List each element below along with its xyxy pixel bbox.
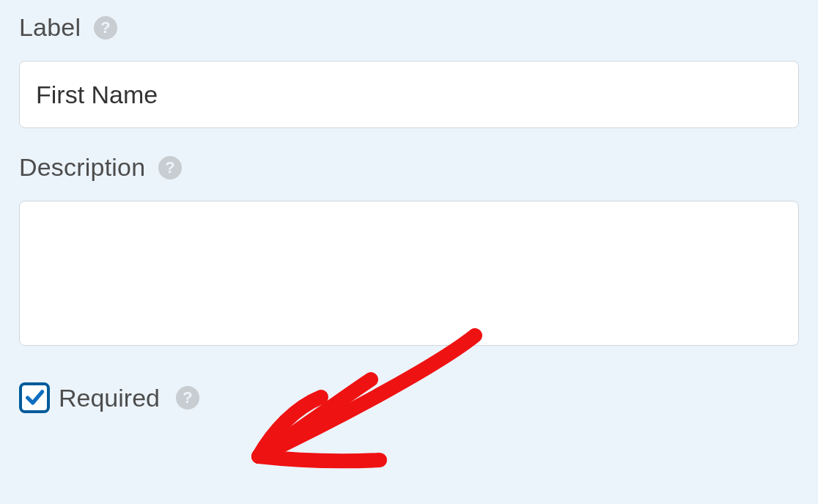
svg-text:?: ? [100, 18, 110, 37]
help-icon[interactable]: ? [94, 16, 117, 40]
svg-text:?: ? [183, 388, 192, 407]
required-checkbox-label: Required [59, 384, 160, 412]
required-checkbox-row: Required ? [19, 382, 799, 413]
description-field-header: Description ? [19, 153, 799, 182]
label-field-title: Label [19, 13, 81, 42]
description-textarea[interactable] [19, 201, 799, 346]
svg-text:?: ? [166, 158, 175, 177]
label-input[interactable] [19, 61, 799, 128]
label-field-header: Label ? [19, 13, 799, 42]
help-icon[interactable]: ? [158, 156, 182, 179]
description-field-block: Description ? [19, 153, 799, 349]
label-field-block: Label ? [19, 13, 799, 128]
required-checkbox[interactable] [19, 382, 50, 413]
help-icon[interactable]: ? [176, 386, 199, 410]
description-field-title: Description [19, 153, 145, 182]
annotation-arrow-icon [226, 328, 519, 504]
